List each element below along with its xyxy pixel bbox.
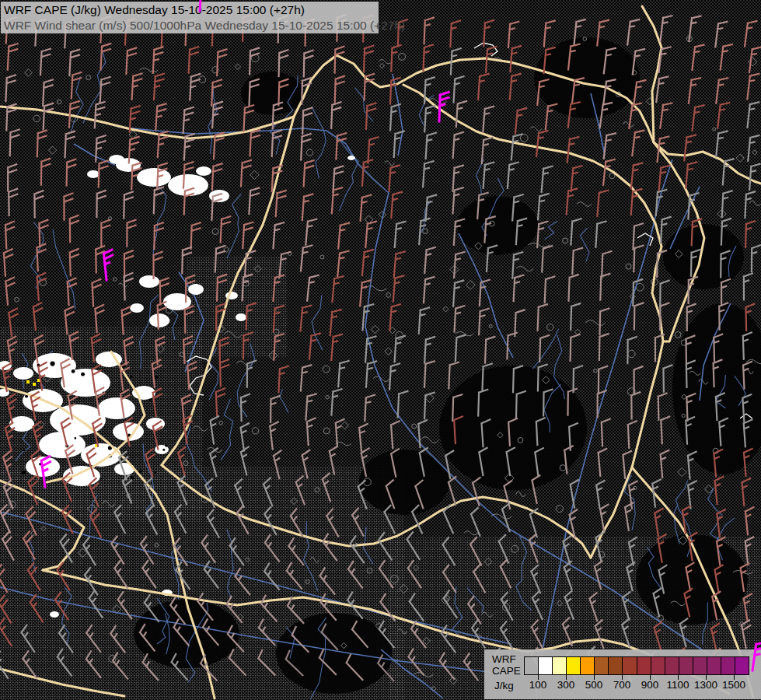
legend-color-box-7 (623, 657, 637, 674)
legend-colorbar (524, 656, 749, 675)
legend-color-box-15 (735, 657, 749, 674)
legend-tick-label: 900 (641, 679, 659, 691)
legend-tick-label: 300 (557, 679, 575, 691)
legend-color-box-14 (721, 657, 735, 674)
legend-color-box-0 (525, 657, 539, 674)
legend-color-box-1 (539, 657, 553, 674)
map-title-overlay: WRF CAPE (J/kg) Wednesday 15-10-2025 15:… (1, 1, 379, 33)
legend-color-box-6 (609, 657, 623, 674)
legend-color-box-12 (693, 657, 707, 674)
title-cape-line: WRF CAPE (J/kg) Wednesday 15-10-2025 15:… (4, 2, 379, 18)
legend-color-box-10 (665, 657, 679, 674)
legend-color-box-5 (595, 657, 609, 674)
legend-color-box-2 (553, 657, 567, 674)
legend-tick-label: 1500 (722, 679, 745, 691)
legend-label-cape: CAPE (492, 665, 521, 677)
cape-legend-panel: WRF CAPE J/kg 10030050070090011001300150… (484, 649, 761, 699)
legend-color-box-8 (637, 657, 651, 674)
legend-tick-label: 700 (613, 679, 631, 691)
legend-tick-label: 500 (585, 679, 603, 691)
weather-map-canvas (0, 0, 761, 700)
legend-tick-label: 100 (529, 679, 547, 691)
weather-map-screen: WRF CAPE (J/kg) Wednesday 15-10-2025 15:… (0, 0, 761, 700)
legend-label-unit: J/kg (494, 680, 514, 691)
legend-color-box-13 (707, 657, 721, 674)
legend-tick-label: 1300 (694, 679, 717, 691)
legend-tick-label: 1100 (666, 679, 689, 691)
legend-color-box-11 (679, 657, 693, 674)
legend-color-box-4 (581, 657, 595, 674)
title-windshear-line: WRF Wind shear (m/s) 500/1000hPa Wednesd… (4, 18, 379, 33)
legend-color-box-9 (651, 657, 665, 674)
legend-label-wrf: WRF (492, 653, 516, 665)
legend-color-box-3 (567, 657, 581, 674)
